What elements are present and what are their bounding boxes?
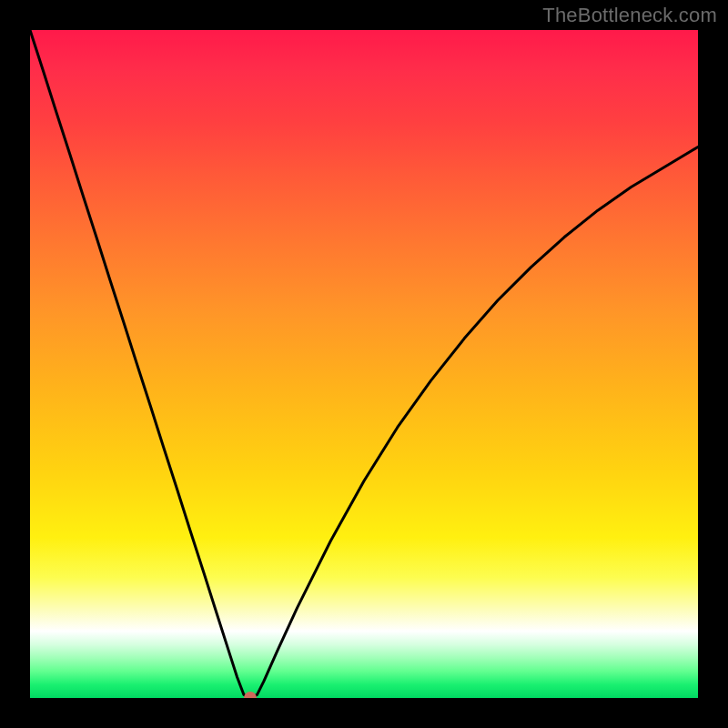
- bottleneck-curve: [30, 30, 698, 698]
- optimal-point-marker: [244, 692, 257, 698]
- chart-frame: TheBottleneck.com: [0, 0, 728, 728]
- plot-area: [30, 30, 698, 698]
- watermark-text: TheBottleneck.com: [542, 4, 717, 27]
